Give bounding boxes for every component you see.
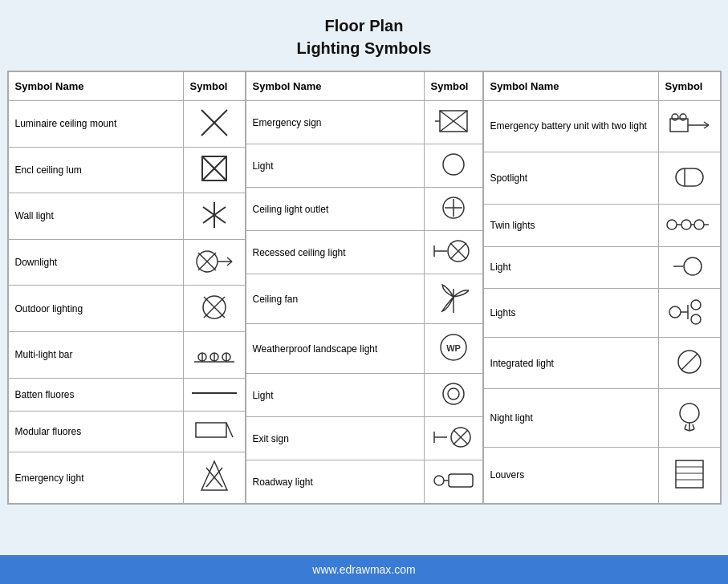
- svg-line-85: [693, 424, 694, 429]
- symbol-cell: [658, 101, 720, 152]
- symbol-cell: [658, 288, 720, 337]
- symbol-cell: [183, 147, 245, 193]
- table-row: Light: [483, 246, 720, 288]
- symbol-name: Exit sign: [246, 417, 424, 460]
- symbol-name: Modular fluores: [8, 411, 183, 452]
- table-row: Ceiling fan: [246, 274, 482, 324]
- table1: Symbol Name Symbol Luminaire ceiling mou…: [8, 71, 246, 504]
- symbol-cell: [424, 274, 482, 324]
- svg-point-80: [680, 404, 699, 423]
- symbol-name: Louvers: [483, 447, 658, 503]
- table-row: Lights: [483, 288, 720, 337]
- table-row: Light: [246, 374, 482, 417]
- svg-point-34: [443, 154, 464, 175]
- tables-container: Symbol Name Symbol Luminaire ceiling mou…: [7, 71, 722, 505]
- svg-rect-62: [676, 168, 703, 186]
- table-row: Emergency sign: [246, 101, 482, 144]
- symbol-name: Emergency battery unit with two light: [483, 101, 658, 152]
- symbol-name: Lights: [483, 288, 658, 337]
- table1-header-symbol: Symbol: [183, 72, 245, 101]
- svg-point-68: [694, 220, 704, 229]
- svg-point-66: [681, 220, 691, 229]
- symbol-name: Spotlight: [483, 152, 658, 205]
- symbol-cell: [183, 193, 245, 240]
- symbol-cell: [658, 205, 720, 246]
- svg-line-26: [226, 423, 233, 437]
- symbol-cell: [183, 452, 245, 504]
- svg-point-64: [667, 220, 677, 229]
- symbol-name: Light: [246, 144, 424, 188]
- symbol-cell: [424, 144, 482, 188]
- table2-header-symbol: Symbol: [424, 72, 482, 101]
- table-row: Roadway light: [246, 460, 482, 504]
- symbol-name: Ceiling fan: [246, 274, 424, 324]
- table3-header-name: Symbol Name: [483, 72, 658, 101]
- table2-header-name: Symbol Name: [246, 72, 424, 101]
- page-title: Floor Plan Lighting Symbols: [297, 14, 432, 59]
- svg-point-46: [443, 383, 464, 404]
- svg-line-84: [685, 424, 686, 429]
- symbol-name: Light: [483, 246, 658, 288]
- svg-point-47: [448, 388, 459, 399]
- table-row: Exit sign: [246, 417, 482, 460]
- svg-line-82: [685, 429, 689, 431]
- symbol-cell: WP: [424, 324, 482, 374]
- symbol-name: Integrated light: [483, 338, 658, 389]
- table1-header-name: Symbol Name: [8, 72, 183, 101]
- svg-text:WP: WP: [446, 343, 461, 353]
- symbol-cell: [424, 374, 482, 417]
- symbol-cell: [424, 231, 482, 274]
- symbol-cell: [183, 331, 245, 378]
- svg-point-57: [672, 114, 678, 120]
- symbol-cell: [424, 188, 482, 231]
- symbol-cell: [658, 152, 720, 205]
- table-row: Louvers: [483, 447, 720, 503]
- svg-point-58: [680, 114, 686, 120]
- symbol-name: Emergency sign: [246, 101, 424, 144]
- symbol-cell: [183, 286, 245, 332]
- symbol-name: Downlight: [8, 239, 183, 286]
- symbol-cell: [658, 246, 720, 288]
- svg-rect-25: [196, 423, 226, 437]
- table-row: Ceiling light outlet: [246, 188, 482, 231]
- symbol-name: Luminaire ceiling mount: [8, 101, 183, 148]
- footer: www.edrawmax.com: [0, 555, 728, 584]
- symbol-cell: [424, 101, 482, 144]
- table-row: Twin lights: [483, 205, 720, 246]
- table-row: Integrated light: [483, 338, 720, 389]
- table-row: Light: [246, 144, 482, 188]
- table-row: Luminaire ceiling mount: [8, 101, 245, 148]
- symbol-name: Batten fluores: [8, 378, 183, 411]
- table3: Symbol Name Symbol Emergency battery uni…: [483, 71, 721, 504]
- svg-line-83: [689, 429, 694, 431]
- symbol-name: Emergency light: [8, 452, 183, 504]
- table-row: Modular fluores: [8, 411, 245, 452]
- symbol-name: Wall light: [8, 193, 183, 240]
- svg-point-76: [691, 300, 701, 310]
- svg-point-53: [434, 476, 444, 485]
- svg-point-71: [684, 258, 702, 275]
- symbol-cell: [658, 388, 720, 447]
- table-row: Night light: [483, 388, 720, 447]
- svg-point-72: [669, 306, 681, 318]
- symbol-cell: [183, 239, 245, 286]
- table-row: Downlight: [8, 239, 245, 286]
- symbol-name: Ceiling light outlet: [246, 188, 424, 231]
- symbol-cell: [658, 338, 720, 389]
- svg-line-79: [681, 354, 697, 370]
- symbol-name: Roadway light: [246, 460, 424, 504]
- symbol-cell: [424, 460, 482, 504]
- table3-header-symbol: Symbol: [658, 72, 720, 101]
- symbol-name: Encl ceiling lum: [8, 147, 183, 193]
- table-row: Emergency light: [8, 452, 245, 504]
- table-row: Multi-light bar: [8, 331, 245, 378]
- table-row: Outdoor lighting: [8, 286, 245, 332]
- symbol-name: Outdoor lighting: [8, 286, 183, 332]
- symbol-cell: [183, 378, 245, 411]
- svg-point-77: [691, 314, 701, 324]
- symbol-cell: [424, 417, 482, 460]
- symbol-name: Night light: [483, 388, 658, 447]
- table-row: Spotlight: [483, 152, 720, 205]
- symbol-cell: [183, 411, 245, 452]
- svg-rect-56: [670, 119, 688, 132]
